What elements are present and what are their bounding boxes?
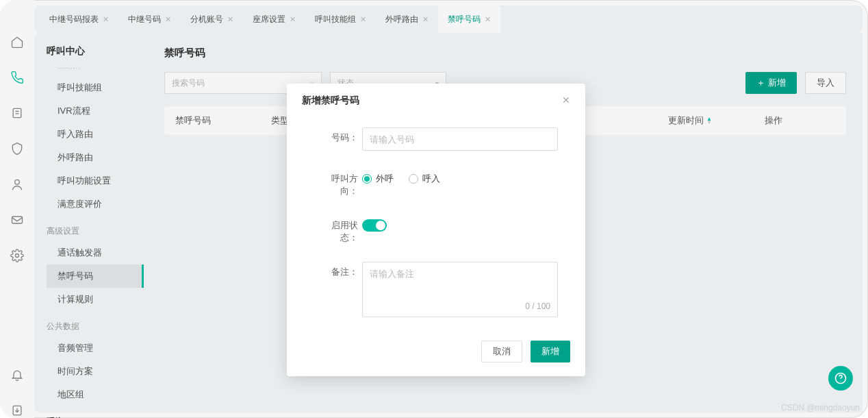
char-count: 0 / 100	[370, 302, 550, 311]
radio-inbound-label: 呼入	[422, 173, 440, 185]
close-icon[interactable]: ✕	[562, 95, 570, 106]
radio-dot-icon	[362, 174, 372, 184]
label-remark: 备注：	[314, 262, 362, 278]
label-enabled: 启用状态：	[314, 215, 362, 244]
confirm-add-button[interactable]: 新增	[531, 341, 570, 362]
label-number: 号码：	[314, 127, 362, 144]
radio-inbound[interactable]: 呼入	[409, 173, 440, 185]
radio-dot-icon	[409, 174, 418, 184]
modal-title: 新增禁呼号码	[302, 95, 359, 107]
label-direction: 呼叫方向：	[314, 169, 362, 197]
remark-textarea[interactable]	[370, 268, 550, 295]
number-input[interactable]	[362, 127, 558, 151]
add-blocklist-modal: 新增禁呼号码 ✕ 号码： 呼叫方向： 外呼 呼入 启用状态：	[287, 84, 585, 376]
cancel-button[interactable]: 取消	[481, 341, 522, 362]
enabled-toggle[interactable]	[362, 219, 387, 232]
radio-outbound-label: 外呼	[376, 173, 394, 185]
radio-outbound[interactable]: 外呼	[362, 173, 394, 185]
watermark: CSDN @mingdaoyun	[781, 403, 860, 413]
